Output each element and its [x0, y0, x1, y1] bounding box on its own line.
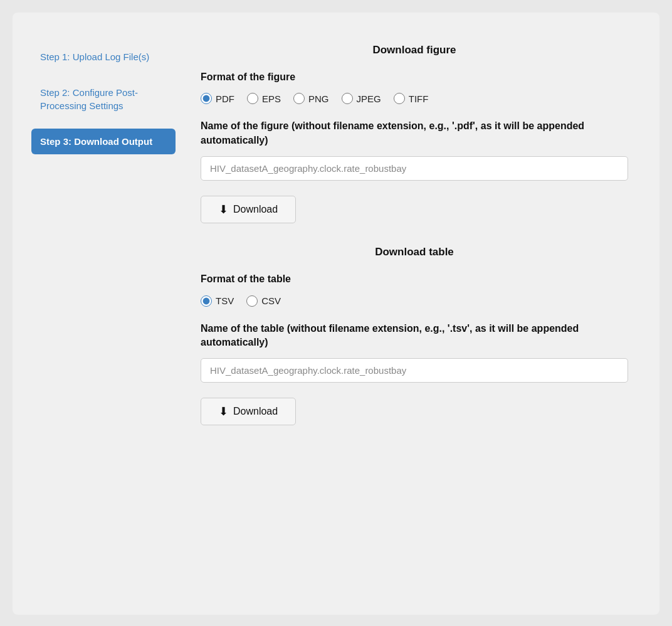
figure-format-png[interactable]: PNG	[293, 93, 329, 104]
main-content: Download figure Format of the figure PDF…	[188, 38, 641, 590]
sidebar-item-step3[interactable]: Step 3: Download Output	[31, 129, 176, 154]
figure-format-label: Format of the figure	[201, 70, 628, 84]
figure-section-title: Download figure	[201, 44, 628, 56]
app-container: Step 1: Upload Log File(s) Step 2: Confi…	[13, 13, 659, 615]
figure-format-tiff[interactable]: TIFF	[394, 93, 429, 104]
figure-download-button[interactable]: ⬇ Download	[201, 196, 296, 223]
table-section: Download table Format of the table TSV C…	[201, 246, 628, 448]
figure-section: Download figure Format of the figure PDF…	[201, 44, 628, 246]
sidebar-item-step2[interactable]: Step 2: Configure Post-Processing Settin…	[31, 80, 176, 119]
table-format-label: Format of the table	[201, 272, 628, 286]
table-name-label: Name of the table (without filename exte…	[201, 322, 628, 350]
table-section-title: Download table	[201, 246, 628, 258]
download-icon: ⬇	[219, 203, 228, 216]
sidebar-item-step1[interactable]: Step 1: Upload Log File(s)	[31, 44, 176, 70]
figure-format-group: PDF EPS PNG JPEG TIFF	[201, 93, 628, 104]
download-icon-2: ⬇	[219, 405, 228, 418]
table-download-button[interactable]: ⬇ Download	[201, 398, 296, 425]
figure-name-label: Name of the figure (without filename ext…	[201, 119, 628, 147]
table-format-csv[interactable]: CSV	[246, 295, 281, 307]
sidebar: Step 1: Upload Log File(s) Step 2: Confi…	[31, 38, 176, 590]
figure-name-input[interactable]	[201, 156, 628, 181]
table-format-group: TSV CSV	[201, 295, 628, 307]
table-format-tsv[interactable]: TSV	[201, 295, 234, 307]
figure-format-pdf[interactable]: PDF	[201, 93, 234, 104]
table-name-input[interactable]	[201, 358, 628, 383]
figure-format-eps[interactable]: EPS	[247, 93, 281, 104]
figure-format-jpeg[interactable]: JPEG	[342, 93, 381, 104]
